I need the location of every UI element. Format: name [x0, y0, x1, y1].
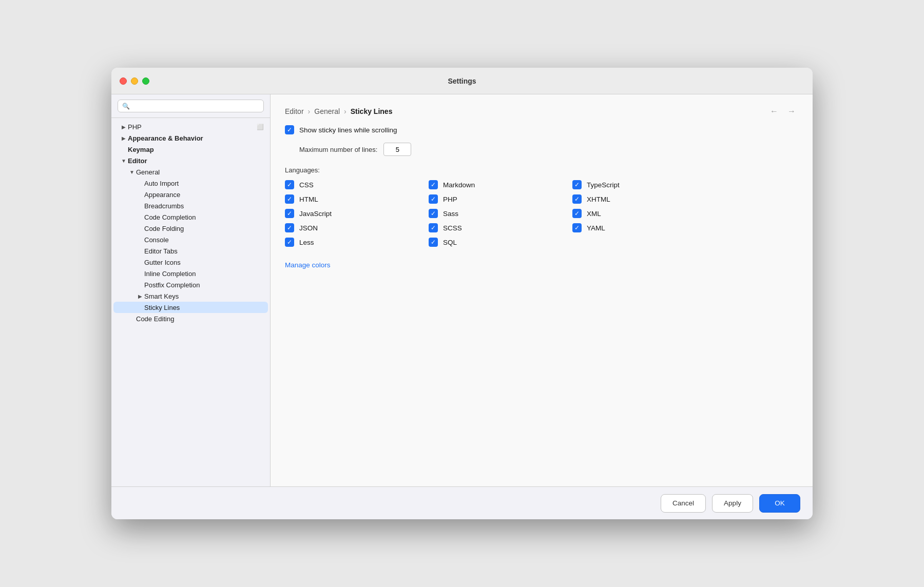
minimize-button[interactable] — [131, 77, 138, 85]
lang-html-checkbox[interactable]: ✓ — [285, 194, 294, 204]
cancel-button[interactable]: Cancel — [661, 494, 706, 513]
sidebar-item-label: Code Completion — [144, 213, 264, 221]
maximize-button[interactable] — [142, 77, 149, 85]
checkmark-icon: ✓ — [574, 225, 580, 231]
lang-xml: ✓ XML — [572, 209, 696, 218]
show-sticky-lines-label: Show sticky lines while scrolling — [299, 126, 397, 134]
sidebar-item-label: Smart Keys — [144, 292, 264, 300]
sidebar-item-label: Appearance & Behavior — [128, 134, 264, 142]
sidebar-item-label: Editor Tabs — [144, 247, 264, 255]
forward-button[interactable]: → — [785, 105, 798, 118]
sidebar-item-inline-completion[interactable]: ▶ Inline Completion — [113, 268, 268, 279]
lang-javascript-checkbox[interactable]: ✓ — [285, 209, 294, 218]
sidebar-item-code-editing[interactable]: ▶ Code Editing — [113, 313, 268, 324]
lang-json-label: JSON — [299, 224, 318, 232]
lang-placeholder — [572, 238, 696, 247]
checkmark-icon: ✓ — [431, 182, 436, 188]
sidebar-item-label: Auto Import — [144, 180, 264, 187]
lang-json: ✓ JSON — [285, 223, 408, 232]
lang-typescript: ✓ TypeScript — [572, 180, 696, 189]
sidebar-item-php[interactable]: ▶ PHP ⬜ — [113, 121, 268, 132]
sidebar-item-postfix-completion[interactable]: ▶ Postfix Completion — [113, 279, 268, 290]
lang-javascript: ✓ JavaScript — [285, 209, 408, 218]
lang-php-checkbox[interactable]: ✓ — [429, 194, 438, 204]
lang-html-label: HTML — [299, 195, 318, 203]
arrow-icon: ▼ — [120, 156, 128, 165]
sidebar-item-gutter-icons[interactable]: ▶ Gutter Icons — [113, 257, 268, 268]
lang-php: ✓ PHP — [429, 194, 552, 204]
show-sticky-lines-checkbox[interactable]: ✓ — [285, 125, 294, 134]
sidebar-item-label: Code Folding — [144, 225, 264, 232]
traffic-lights — [120, 77, 149, 85]
checkmark-icon: ✓ — [287, 210, 292, 217]
sidebar-item-appearance-behavior[interactable]: ▶ Appearance & Behavior — [113, 132, 268, 144]
sidebar-item-breadcrumbs[interactable]: ▶ Breadcrumbs — [113, 200, 268, 211]
sidebar-item-label: Code Editing — [136, 315, 264, 323]
manage-colors-link[interactable]: Manage colors — [285, 261, 331, 269]
lang-xhtml: ✓ XHTML — [572, 194, 696, 204]
ok-button[interactable]: OK — [759, 494, 800, 513]
sidebar-tree: ▶ PHP ⬜ ▶ Appearance & Behavior ▶ Keymap… — [111, 118, 270, 486]
checkmark-icon: ✓ — [287, 182, 292, 188]
sidebar-item-general[interactable]: ▼ General — [113, 166, 268, 178]
arrow-icon: ▶ — [136, 292, 144, 300]
sidebar-item-label: PHP — [128, 123, 257, 131]
lang-yaml-label: YAML — [587, 224, 605, 232]
sidebar-item-label: Breadcrumbs — [144, 202, 264, 210]
lang-yaml-checkbox[interactable]: ✓ — [572, 223, 582, 232]
sidebar-item-editor-tabs[interactable]: ▶ Editor Tabs — [113, 245, 268, 257]
lang-markdown-checkbox[interactable]: ✓ — [429, 180, 438, 189]
lang-css-checkbox[interactable]: ✓ — [285, 180, 294, 189]
sidebar-item-label: Editor — [128, 157, 264, 165]
lang-typescript-checkbox[interactable]: ✓ — [572, 180, 582, 189]
sidebar-item-code-folding[interactable]: ▶ Code Folding — [113, 223, 268, 234]
lang-scss-checkbox[interactable]: ✓ — [429, 223, 438, 232]
languages-grid: ✓ CSS ✓ Markdown ✓ — [285, 180, 798, 247]
sidebar-item-console[interactable]: ▶ Console — [113, 234, 268, 245]
max-lines-input[interactable] — [383, 143, 411, 156]
lang-less-checkbox[interactable]: ✓ — [285, 238, 294, 247]
lang-xml-label: XML — [587, 210, 601, 218]
sidebar-item-keymap[interactable]: ▶ Keymap — [113, 144, 268, 155]
settings-window: Settings 🔍 ▶ PHP ⬜ ▶ A — [111, 68, 813, 519]
back-button[interactable]: ← — [767, 105, 781, 118]
arrow-icon: ▼ — [128, 168, 136, 176]
search-input[interactable] — [133, 102, 259, 110]
arrow-icon: ▶ — [120, 123, 128, 131]
sidebar: 🔍 ▶ PHP ⬜ ▶ Appearance & Behavior — [111, 94, 271, 486]
lang-scss: ✓ SCSS — [429, 223, 552, 232]
apply-button[interactable]: Apply — [712, 494, 753, 513]
sidebar-item-auto-import[interactable]: ▶ Auto Import — [113, 178, 268, 189]
breadcrumb-general: General — [314, 107, 340, 115]
lang-scss-label: SCSS — [443, 224, 462, 232]
lang-json-checkbox[interactable]: ✓ — [285, 223, 294, 232]
lang-xhtml-label: XHTML — [587, 195, 610, 203]
sidebar-item-appearance[interactable]: ▶ Appearance — [113, 189, 268, 200]
sidebar-item-sticky-lines[interactable]: ▶ Sticky Lines — [113, 302, 268, 313]
sidebar-item-smart-keys[interactable]: ▶ Smart Keys — [113, 290, 268, 302]
lang-less: ✓ Less — [285, 238, 408, 247]
lang-less-label: Less — [299, 239, 314, 246]
lang-sql-checkbox[interactable]: ✓ — [429, 238, 438, 247]
footer: Cancel Apply OK — [111, 486, 813, 519]
lang-sass-checkbox[interactable]: ✓ — [429, 209, 438, 218]
lang-markdown: ✓ Markdown — [429, 180, 552, 189]
checkmark-icon: ✓ — [287, 127, 292, 133]
sidebar-item-label: Inline Completion — [144, 270, 264, 278]
checkmark-icon: ✓ — [287, 225, 292, 231]
close-button[interactable] — [120, 77, 127, 85]
lang-xml-checkbox[interactable]: ✓ — [572, 209, 582, 218]
sidebar-item-code-completion[interactable]: ▶ Code Completion — [113, 211, 268, 223]
sidebar-item-editor[interactable]: ▼ Editor — [113, 155, 268, 166]
breadcrumb-sep-2: › — [344, 107, 346, 115]
max-lines-row: Maximum number of lines: — [299, 143, 798, 156]
show-sticky-lines-row: ✓ Show sticky lines while scrolling — [285, 125, 798, 134]
breadcrumb-sep-1: › — [308, 107, 311, 115]
checkmark-icon: ✓ — [287, 196, 292, 202]
search-wrapper[interactable]: 🔍 — [118, 100, 264, 112]
window-icon: ⬜ — [257, 124, 264, 130]
lang-xhtml-checkbox[interactable]: ✓ — [572, 194, 582, 204]
breadcrumb: Editor › General › Sticky Lines — [285, 107, 392, 115]
main-content: Editor › General › Sticky Lines ← → ✓ — [271, 94, 813, 486]
lang-markdown-label: Markdown — [443, 181, 475, 189]
